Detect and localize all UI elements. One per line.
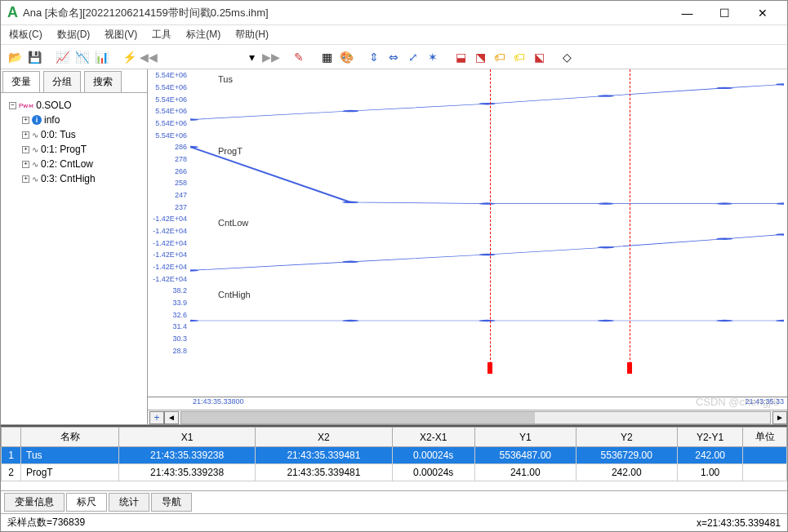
expand-icon[interactable]: +: [22, 175, 29, 183]
tag1-icon[interactable]: 🏷: [491, 48, 509, 66]
col-header[interactable]: X1: [119, 428, 256, 447]
chart-tus[interactable]: 5.54E+065.54E+065.54E+065.54E+065.54E+06…: [148, 69, 787, 141]
menu-tools[interactable]: 工具: [152, 28, 171, 42]
plot-area: 5.54E+065.54E+065.54E+065.54E+065.54E+06…: [148, 69, 787, 424]
tab-varinfo[interactable]: 变量信息: [4, 493, 65, 512]
tree-item-cnthigh[interactable]: + ∿ 0:3: CntHigh: [4, 171, 144, 186]
chart3-icon[interactable]: 📊: [92, 48, 110, 66]
tag2-icon[interactable]: 🏷: [510, 48, 528, 66]
menu-view[interactable]: 视图(V): [105, 28, 137, 42]
svg-point-13: [342, 261, 358, 263]
palette-icon[interactable]: 🎨: [337, 48, 355, 66]
dropdown-icon[interactable]: ▾: [243, 48, 260, 66]
chart-cnthigh[interactable]: 38.233.932.631.430.328.8CntHigh: [148, 285, 787, 357]
save-icon[interactable]: 💾: [25, 48, 43, 66]
tree-item-info[interactable]: + i info: [4, 113, 144, 127]
col-header[interactable]: X2-X1: [392, 428, 474, 447]
menu-help[interactable]: 帮助(H): [235, 28, 269, 42]
tree-item-cntlow[interactable]: + ∿ 0:2: CntLow: [4, 157, 144, 171]
expand-icon[interactable]: +: [22, 161, 29, 168]
expand-icon[interactable]: +: [22, 131, 29, 139]
svg-point-2: [479, 103, 495, 104]
status-right: x=21:43:35.339481: [697, 517, 781, 529]
erase-icon[interactable]: ◇: [558, 48, 576, 66]
col-header[interactable]: [2, 428, 21, 447]
add-plot-button[interactable]: +: [149, 411, 164, 424]
tab-stats[interactable]: 统计: [109, 493, 149, 512]
tree-item-tus[interactable]: + ∿ 0:0: Tus: [4, 127, 144, 142]
col-header[interactable]: Y2-Y1: [677, 428, 743, 447]
series-label: CntLow: [218, 218, 248, 228]
tree-item-progt[interactable]: + ∿ 0:1: ProgT: [4, 142, 144, 157]
svg-point-7: [342, 202, 358, 203]
cursor2-icon[interactable]: ⬔: [471, 48, 489, 66]
col-header[interactable]: Y1: [474, 428, 576, 447]
cursor-c2[interactable]: [630, 69, 630, 372]
svg-point-15: [598, 246, 614, 248]
cursor-table[interactable]: 名称X1X2X2-X1Y1Y2Y2-Y1单位 1Tus21:43:35.3392…: [1, 427, 787, 490]
chart2-icon[interactable]: 📉: [73, 48, 91, 66]
maximize-button[interactable]: ☐: [706, 2, 743, 24]
cursor1-icon[interactable]: ⬓: [452, 48, 470, 66]
svg-point-10: [716, 202, 732, 204]
refresh-icon[interactable]: ⚡: [120, 48, 138, 66]
menu-data[interactable]: 数据(D): [57, 28, 91, 42]
cursor-marker-2[interactable]: [627, 362, 632, 374]
table-row[interactable]: 1Tus21:43:35.33923821:43:35.3394810.0002…: [2, 447, 787, 464]
title-bar: A Ana [未命名][20221206214159带时间戳0.25ms.ihm…: [1, 1, 787, 25]
menu-template[interactable]: 模板(C): [9, 28, 42, 42]
horizontal-scrollbar[interactable]: + ◄ ►: [148, 410, 787, 424]
expand-icon[interactable]: +: [22, 146, 29, 153]
wave-icon: ∿: [32, 145, 38, 154]
marker-icon[interactable]: ⬕: [530, 48, 548, 66]
svg-point-21: [598, 320, 614, 321]
col-header[interactable]: 名称: [21, 428, 119, 447]
fit-h-icon[interactable]: ⇔: [385, 48, 403, 66]
series-label: Tus: [218, 74, 233, 84]
expand-icon[interactable]: +: [22, 117, 29, 124]
scroll-left-button[interactable]: ◄: [164, 411, 179, 424]
tab-ruler[interactable]: 标尺: [66, 493, 107, 512]
edit-icon[interactable]: ✎: [290, 48, 308, 66]
col-header[interactable]: 单位: [743, 428, 787, 447]
variable-tree[interactable]: − Pᴡᴍ 0.SOLO + i info + ∿ 0:0: Tus + ∿ 0…: [1, 93, 147, 424]
table-row[interactable]: 2ProgT21:43:35.33923821:43:35.3394810.00…: [2, 464, 787, 481]
plots-container[interactable]: 5.54E+065.54E+065.54E+065.54E+065.54E+06…: [148, 69, 787, 397]
tab-search[interactable]: 搜索: [84, 71, 122, 92]
sidebar: 变量 分组 搜索 − Pᴡᴍ 0.SOLO + i info + ∿ 0:0: …: [1, 69, 148, 424]
rewind-icon[interactable]: ◀◀: [140, 48, 158, 66]
close-button[interactable]: ✕: [744, 2, 781, 24]
tab-groups[interactable]: 分组: [43, 71, 81, 92]
menu-annotate[interactable]: 标注(M): [186, 28, 220, 42]
scroll-track[interactable]: [180, 411, 771, 424]
scroll-right-button[interactable]: ►: [772, 411, 787, 424]
zoom-in-icon[interactable]: ⤢: [404, 48, 422, 66]
series-label: ProgT: [218, 146, 243, 156]
minimize-button[interactable]: —: [669, 2, 706, 24]
window-title: Ana [未命名][20221206214159带时间戳0.25ms.ihm]: [23, 6, 669, 20]
x-axis: 21:43:35.33800 21:43:35.33: [148, 397, 787, 410]
fit-v-icon[interactable]: ⇕: [365, 48, 383, 66]
chart-cntlow[interactable]: -1.42E+04-1.42E+04-1.42E+04-1.42E+04-1.4…: [148, 213, 787, 285]
chart1-icon[interactable]: 📈: [53, 48, 71, 66]
col-header[interactable]: X2: [256, 428, 392, 447]
tree-root[interactable]: − Pᴡᴍ 0.SOLO: [4, 98, 144, 113]
cursor-marker-1[interactable]: [487, 362, 492, 374]
collapse-icon[interactable]: −: [9, 102, 16, 109]
forward-icon[interactable]: ▶▶: [262, 48, 280, 66]
toolbar: 📂 💾 📈 📉 📊 ⚡ ◀◀ ▾ ▶▶ ✎ ▦ 🎨 ⇕ ⇔ ⤢ ✶ ⬓ ⬔ 🏷 …: [1, 45, 787, 69]
svg-point-16: [716, 237, 732, 239]
tree-root-label: 0.SOLO: [36, 100, 71, 111]
col-header[interactable]: Y2: [576, 428, 677, 447]
open-icon[interactable]: 📂: [6, 48, 24, 66]
tab-nav[interactable]: 导航: [151, 493, 192, 512]
bottom-panel: 名称X1X2X2-X1Y1Y2Y2-Y1单位 1Tus21:43:35.3392…: [1, 425, 787, 513]
cursor-c1[interactable]: [490, 69, 491, 372]
zoom-out-icon[interactable]: ✶: [424, 48, 442, 66]
svg-point-18: [190, 320, 198, 321]
app-logo: A: [7, 4, 18, 21]
grid-icon[interactable]: ▦: [318, 48, 336, 66]
scroll-thumb[interactable]: [181, 412, 535, 423]
chart-progt[interactable]: 286278266258247237ProgT: [148, 141, 787, 213]
tab-variables[interactable]: 变量: [2, 71, 40, 92]
